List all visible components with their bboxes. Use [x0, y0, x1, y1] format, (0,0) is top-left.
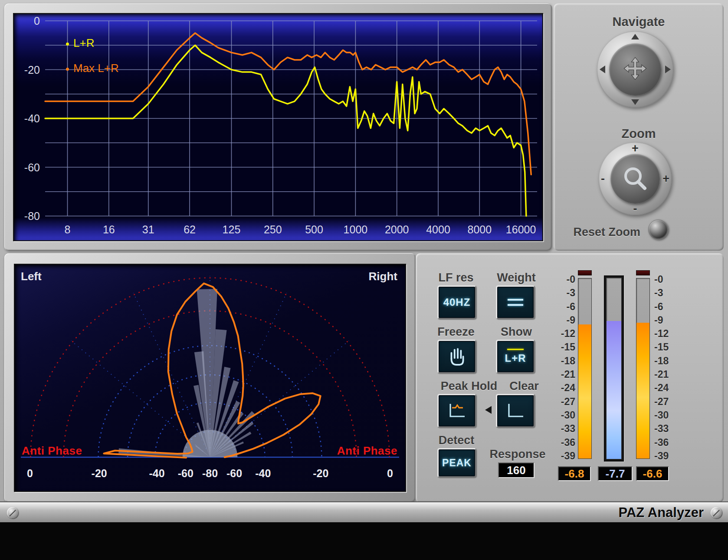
- goniometer-frame: 0-20-40-60-80-60-40-200 Left Right Anti …: [4, 253, 416, 502]
- navigate-down-icon[interactable]: [631, 99, 639, 105]
- svg-text:31: 31: [142, 223, 154, 236]
- meter-scale-tick: -36: [654, 438, 672, 448]
- meter-right: [636, 278, 650, 459]
- show-button[interactable]: L+R: [496, 340, 535, 373]
- weight-button[interactable]: [496, 285, 535, 319]
- meter-scale-tick: -15: [561, 342, 575, 352]
- peak-hold-pointer-icon: [485, 406, 492, 414]
- response-value-box[interactable]: 160: [498, 462, 535, 478]
- zoom-out-horizontal-mark[interactable]: -: [601, 173, 605, 185]
- meter-scale-tick: -21: [654, 370, 672, 380]
- svg-text:16: 16: [103, 223, 115, 236]
- detect-button[interactable]: PEAK: [437, 448, 476, 478]
- meter-scale-tick: -18: [561, 356, 575, 366]
- svg-text:8000: 8000: [467, 223, 492, 236]
- meter-scale-tick: -9: [654, 315, 672, 325]
- meter-mid-frame: [604, 275, 624, 462]
- zoom-out-vertical-mark[interactable]: -: [633, 203, 637, 215]
- reset-zoom-button[interactable]: [648, 219, 668, 239]
- navigate-knob[interactable]: [609, 43, 661, 95]
- readout-left-value: -6.8: [565, 467, 584, 481]
- readout-right-value: -6.6: [643, 467, 662, 481]
- zoom-in-horizontal-mark[interactable]: +: [662, 173, 669, 185]
- meter-scale-tick: -27: [654, 397, 672, 407]
- readout-right: -6.6: [636, 466, 669, 481]
- svg-text:-20: -20: [24, 64, 40, 76]
- legend-dot-max-lr-icon: [66, 68, 69, 71]
- meter-scale-tick: -9: [567, 315, 575, 325]
- show-trace-line-icon: [507, 349, 524, 350]
- right-channel-label: Right: [369, 270, 397, 283]
- meter-left-fill: [578, 324, 591, 458]
- peak-hold-button[interactable]: [437, 394, 476, 428]
- svg-text:16000: 16000: [506, 223, 536, 236]
- svg-text:-60: -60: [226, 467, 242, 479]
- navigate-right-icon[interactable]: [665, 65, 671, 73]
- freeze-hand-icon: [447, 346, 467, 367]
- meter-scale-tick: -12: [561, 329, 575, 339]
- meter-scale-tick: -6: [654, 302, 672, 312]
- plugin-body: 81631621252505001000200040008000160000-2…: [0, 0, 728, 502]
- meter-scale-tick: -0: [654, 275, 672, 285]
- screw-right-icon: [711, 507, 722, 518]
- svg-text:2000: 2000: [385, 223, 409, 236]
- meter-scale-tick: -24: [654, 383, 672, 393]
- lf-res-value: 40HZ: [443, 296, 471, 308]
- status-bar: PAZ Analyzer: [0, 502, 728, 522]
- svg-text:62: 62: [184, 223, 196, 236]
- svg-text:-40: -40: [255, 467, 271, 479]
- response-value: 160: [507, 464, 525, 477]
- svg-text:-80: -80: [24, 210, 40, 222]
- anti-phase-right-label: Anti Phase: [337, 444, 397, 458]
- navigate-up-icon[interactable]: [631, 34, 639, 39]
- meter-left: [578, 278, 592, 459]
- paz-analyzer-window: 81631621252505001000200040008000160000-2…: [0, 0, 728, 560]
- svg-text:-20: -20: [92, 467, 107, 479]
- zoom-label: Zoom: [554, 127, 724, 141]
- meter-scale-tick: -18: [654, 356, 672, 366]
- svg-text:250: 250: [264, 223, 282, 236]
- meter-scale-tick: -36: [561, 438, 575, 448]
- svg-text:8: 8: [65, 223, 71, 236]
- zoom-in-vertical-mark[interactable]: +: [632, 143, 639, 154]
- screw-left-icon: [7, 507, 18, 518]
- clear-axes-icon: [505, 402, 525, 419]
- navigate-pad[interactable]: [597, 31, 673, 108]
- readout-left: -6.8: [558, 466, 591, 481]
- zoom-pad[interactable]: + - - +: [599, 142, 672, 215]
- meter-scale-tick: -15: [654, 342, 672, 352]
- meter-scale-tick: -33: [561, 424, 575, 434]
- clip-indicator-left[interactable]: [578, 270, 592, 275]
- freeze-button[interactable]: [437, 340, 476, 373]
- meter-scale-tick: -39: [654, 451, 672, 461]
- magnifier-icon: [620, 163, 651, 194]
- meter-scale-tick: -39: [561, 451, 575, 461]
- clear-button[interactable]: [496, 394, 535, 428]
- legend-label-lr: L+R: [73, 36, 94, 49]
- svg-text:500: 500: [305, 223, 323, 236]
- legend-item-lr: L+R: [66, 36, 94, 50]
- readout-mid-value: -7.7: [606, 467, 625, 481]
- navigate-zoom-panel: Navigate Zoom + - - +: [554, 3, 724, 251]
- response-label: Response: [481, 448, 554, 461]
- zoom-knob[interactable]: [610, 154, 660, 203]
- lf-res-button[interactable]: 40HZ: [437, 285, 476, 319]
- svg-text:-40: -40: [24, 112, 40, 124]
- meter-scale-tick: -3: [654, 288, 672, 298]
- plugin-title: PAZ Analyzer: [619, 505, 704, 521]
- peak-hold-icon: [447, 402, 467, 419]
- meter-scale-tick: -21: [561, 370, 575, 380]
- svg-text:-40: -40: [149, 467, 165, 479]
- meter-scale-left: -0-3-6-9-12-15-18-21-24-27-30-33-36-39: [558, 275, 575, 461]
- svg-text:-60: -60: [178, 467, 193, 479]
- navigate-left-icon[interactable]: [600, 65, 605, 73]
- detect-value: PEAK: [442, 457, 472, 469]
- lf-res-label: LF res: [428, 271, 484, 285]
- legend-item-max-lr: Max L+R: [66, 62, 119, 75]
- meter-scale-tick: -27: [561, 397, 575, 407]
- spectrum-display: 81631621252505001000200040008000160000-2…: [13, 13, 543, 241]
- clip-indicator-right[interactable]: [636, 270, 650, 275]
- weight-curve-icon: [508, 298, 523, 306]
- meter-scale-tick: -12: [654, 329, 672, 339]
- weight-label: Weight: [488, 271, 544, 285]
